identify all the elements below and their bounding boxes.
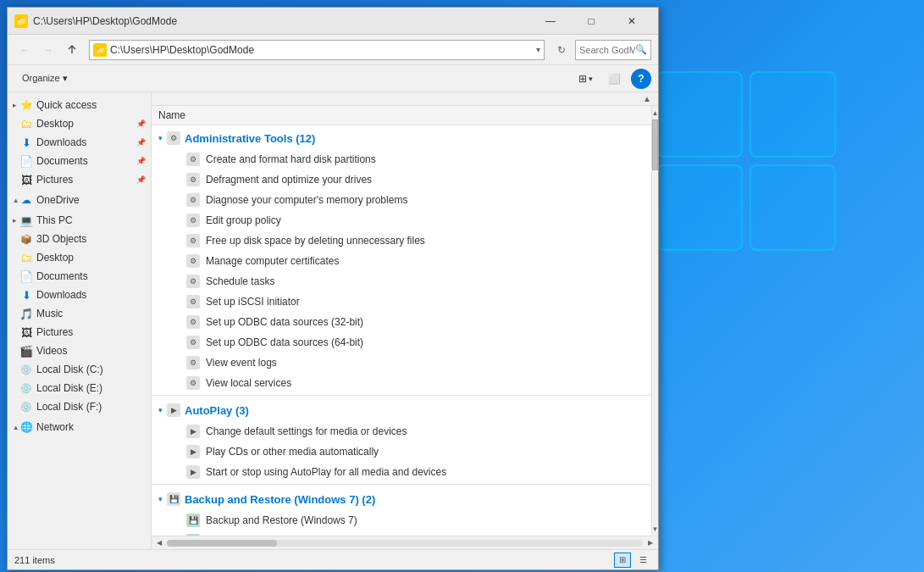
list-item[interactable]: ⚙ Free up disk space by deleting unneces…: [172, 230, 651, 251]
list-item[interactable]: ⚙ Set up ODBC data sources (32-bit): [172, 312, 651, 332]
sidebar-item-documents[interactable]: 📄 Documents: [14, 267, 151, 286]
sidebar-item-music[interactable]: 🎵 Music: [14, 304, 151, 323]
sidebar-item-videos[interactable]: 🎬 Videos: [14, 342, 151, 360]
list-view-button[interactable]: ☰: [634, 553, 651, 568]
settings-icon-sm: ⚙: [186, 193, 200, 207]
sidebar-item-label: Documents: [36, 155, 135, 167]
sidebar-item-documents-quick[interactable]: 📄 Documents 📌: [14, 152, 151, 170]
address-bar[interactable]: 📁 C:\Users\HP\Desktop\GodMode ▾: [89, 40, 545, 60]
sidebar-item-pictures-quick[interactable]: 🖼 Pictures 📌: [14, 170, 151, 189]
sidebar: ▸ ⭐ Quick access 🗂 Desktop 📌 ⬇ Downloads: [8, 92, 152, 549]
list-item[interactable]: 💾 Backup and Restore (Windows 7): [172, 510, 651, 530]
download-icon: ⬇: [19, 136, 33, 149]
category-header-admin[interactable]: ▾ ⚙ Administrative Tools (12): [152, 125, 651, 149]
h-scroll-left[interactable]: ◀: [153, 537, 165, 549]
organize-button[interactable]: Organize ▾: [14, 69, 75, 89]
list-item[interactable]: ⚙ Edit group policy: [172, 210, 651, 230]
category-header-backup[interactable]: ▾ 💾 Backup and Restore (Windows 7) (2): [152, 486, 651, 510]
horizontal-scrollbar[interactable]: ◀ ▶: [152, 536, 658, 549]
sidebar-item-local-c[interactable]: 💿 Local Disk (C:): [14, 360, 151, 379]
sidebar-item-label: 3D Objects: [36, 233, 146, 245]
collapse-icon: ▲: [643, 94, 651, 103]
minimize-button[interactable]: —: [531, 8, 570, 35]
list-item[interactable]: ⚙ Schedule tasks: [172, 271, 651, 292]
view-options-button[interactable]: ⊞ ▾: [574, 69, 597, 89]
search-input[interactable]: [579, 45, 635, 55]
sidebar-item-pictures[interactable]: 🖼 Pictures: [14, 323, 151, 342]
item-name: Defragment and optimize your drives: [206, 174, 372, 186]
settings-icon-sm: ⚙: [186, 356, 200, 369]
settings-icon-sm: ⚙: [186, 336, 200, 349]
scrollbar-track[interactable]: [652, 119, 658, 522]
window-title: C:\Users\HP\Desktop\GodMode: [33, 15, 531, 27]
sidebar-item-3d-objects[interactable]: 📦 3D Objects: [14, 230, 151, 248]
up-button[interactable]: [62, 40, 82, 60]
pc-icon: 💻: [19, 214, 33, 227]
forward-button[interactable]: →: [38, 40, 58, 60]
status-right: ⊞ ☰: [614, 553, 651, 568]
backup-icon: 💾: [166, 491, 181, 507]
scrollbar-down[interactable]: ▼: [652, 522, 658, 536]
list-item[interactable]: ⚙ Manage computer certificates: [172, 251, 651, 271]
3d-icon: 📦: [19, 232, 33, 246]
h-scroll-track[interactable]: [167, 540, 643, 547]
list-item[interactable]: ⚙ Set up ODBC data sources (64-bit): [172, 332, 651, 353]
refresh-button[interactable]: ↻: [551, 40, 572, 60]
network-header[interactable]: ▸ 🌐 Network: [8, 418, 151, 436]
item-icon: ⚙: [185, 274, 201, 289]
sidebar-item-label: Desktop: [36, 252, 146, 264]
item-icon: ▶: [185, 464, 201, 480]
sidebar-item-local-e[interactable]: 💿 Local Disk (E:): [14, 379, 151, 397]
list-item[interactable]: ⚙ View event logs: [172, 353, 651, 373]
sidebar-item-desktop-quick[interactable]: 🗂 Desktop 📌: [14, 114, 151, 133]
sidebar-item-label: Music: [36, 308, 146, 319]
list-item[interactable]: ⚙ Set up iSCSI initiator: [172, 292, 651, 312]
address-dropdown[interactable]: ▾: [536, 45, 540, 54]
item-icon: ▶: [185, 444, 201, 459]
list-item[interactable]: ⚙ Create and format hard disk partitions: [172, 149, 651, 169]
onedrive-header[interactable]: ▸ ☁ OneDrive: [8, 191, 151, 209]
list-item[interactable]: ▶ Start or stop using AutoPlay for all m…: [172, 462, 651, 482]
maximize-button[interactable]: □: [572, 8, 611, 35]
sidebar-item-downloads-quick[interactable]: ⬇ Downloads 📌: [14, 133, 151, 152]
sidebar-item-desktop[interactable]: 🗂 Desktop: [14, 248, 151, 267]
list-item[interactable]: ⚙ Diagnose your computer's memory proble…: [172, 190, 651, 210]
this-pc-header[interactable]: ▸ 💻 This PC: [8, 211, 151, 230]
h-scroll-thumb[interactable]: [167, 540, 277, 547]
quick-access-section: ▸ ⭐ Quick access 🗂 Desktop 📌 ⬇ Downloads: [8, 96, 151, 189]
column-header: Name: [152, 106, 651, 125]
admin-tools-icon: ⚙: [166, 131, 181, 146]
list-item[interactable]: ▶ Change default settings for media or d…: [172, 421, 651, 441]
pane-button[interactable]: ⬜: [600, 69, 628, 89]
item-name: Set up ODBC data sources (64-bit): [206, 336, 363, 348]
status-item-count: 211 items: [14, 555, 55, 565]
right-scrollbar[interactable]: ▲ ▼: [651, 106, 658, 536]
quick-access-header[interactable]: ▸ ⭐ Quick access: [8, 96, 151, 114]
help-button[interactable]: ?: [631, 69, 651, 89]
item-icon: ⚙: [185, 233, 201, 248]
item-name: Manage computer certificates: [206, 255, 339, 267]
back-button[interactable]: ←: [14, 40, 35, 60]
category-header-autoplay[interactable]: ▾ ▶ AutoPlay (3): [152, 397, 651, 421]
this-pc-items: 📦 3D Objects 🗂 Desktop 📄 Documents: [8, 230, 151, 416]
sidebar-item-local-f[interactable]: 💿 Local Disk (F:): [14, 397, 151, 416]
scrollbar-up[interactable]: ▲: [652, 106, 658, 119]
item-name: Create and format hard disk partitions: [206, 153, 376, 165]
sidebar-item-downloads[interactable]: ⬇ Downloads: [14, 286, 151, 304]
grid-view-button[interactable]: ⊞: [614, 553, 631, 568]
h-scroll-right[interactable]: ▶: [645, 537, 656, 549]
list-item[interactable]: ⚙ View local services: [172, 373, 651, 393]
cloud-icon: ☁: [19, 193, 33, 207]
music-icon: 🎵: [19, 307, 33, 320]
disk-icon: 💿: [19, 400, 33, 414]
settings-icon: ⚙: [167, 131, 180, 145]
list-item[interactable]: ⚙ Defragment and optimize your drives: [172, 169, 651, 190]
settings-icon-sm: ▶: [186, 425, 200, 438]
collapse-bar[interactable]: ▲: [152, 92, 658, 106]
scrollbar-thumb[interactable]: [652, 119, 658, 170]
list-item[interactable]: ▶ Play CDs or other media automatically: [172, 441, 651, 462]
settings-icon-sm: ⚙: [186, 173, 200, 186]
search-box[interactable]: 🔍: [575, 40, 651, 60]
settings-icon-sm: ▶: [186, 445, 200, 458]
close-button[interactable]: ✕: [612, 8, 651, 35]
